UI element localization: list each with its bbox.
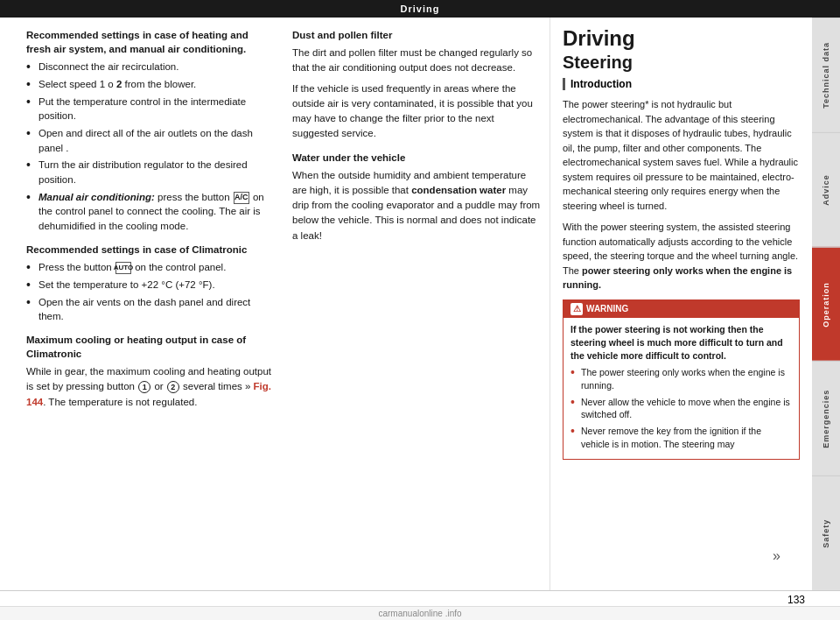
main-content: Recommended settings in case of heating … — [0, 18, 840, 590]
bullet-dot: • — [26, 190, 35, 234]
warning-bullet-dot: • — [570, 396, 578, 421]
bullet-dot: • — [26, 295, 35, 324]
bullet-text: Manual air conditioning: press the butto… — [38, 190, 275, 234]
section3-para: While in gear, the maximum cooling and h… — [26, 364, 275, 410]
article-steering-heading: Steering — [563, 53, 800, 73]
article-driving-heading: Driving — [563, 26, 800, 51]
bullet-text: Open the air vents on the dash panel and… — [38, 295, 275, 324]
article-area: Driving Steering Introduction The power … — [550, 18, 812, 590]
page: Driving Recommended settings in case of … — [0, 0, 840, 620]
warning-bullet: • Never allow the vehicle to move when t… — [570, 396, 792, 421]
sidebar-tab-technical[interactable]: Technical data — [812, 18, 840, 132]
bullet-item: • Turn the air distribution regulator to… — [26, 158, 275, 187]
bullet-dot: • — [26, 260, 35, 275]
section1-title: Recommended settings in case of heating … — [26, 28, 275, 56]
warning-box: ⚠ WARNING If the power steering is not w… — [563, 299, 800, 461]
bullet-item: • Disconnect the air recirculation. — [26, 60, 275, 74]
bullet-dot: • — [26, 95, 35, 123]
warning-bullet-text: Never allow the vehicle to move when the… — [581, 396, 792, 421]
warning-bullet-dot: • — [570, 425, 578, 450]
warning-main-text: If the power steering is not working the… — [570, 323, 792, 363]
sidebar-tab-emergencies[interactable]: Emergencies — [812, 361, 840, 476]
warning-bullet: • Never remove the key from the ignition… — [570, 425, 792, 450]
page-header: Driving — [0, 0, 840, 18]
bullet-item: • Open the air vents on the dash panel a… — [26, 295, 275, 324]
page-footer: 133 — [0, 590, 840, 606]
bullet-text: Put the temperature control in the inter… — [38, 95, 275, 123]
section2-title: Recommended settings in case of Climatro… — [26, 243, 275, 257]
col-left: Recommended settings in case of heating … — [26, 28, 275, 581]
bullet-dot: • — [26, 158, 35, 187]
sidebar-tab-label: Advice — [822, 174, 830, 206]
section3-title: Maximum cooling or heating output in cas… — [26, 333, 275, 361]
text-area: Recommended settings in case of heating … — [0, 18, 550, 590]
dust-para1: The dirt and pollen filter must be chang… — [292, 46, 541, 76]
bullet-text: Set the temperature to +22 °C (+72 °F). — [38, 278, 215, 292]
page-number: 133 — [788, 594, 805, 606]
next-arrow: » — [773, 548, 780, 564]
bullet-text: Turn the air distribution regulator to t… — [38, 158, 275, 187]
dust-section-title: Dust and pollen filter — [292, 28, 541, 42]
sidebar-tab-safety[interactable]: Safety — [812, 476, 840, 590]
bullet-text: Press the button AUTO on the control pan… — [38, 260, 226, 275]
bullet-text: Select speed 1 o 2 from the blower. — [38, 77, 196, 92]
sidebar-tab-label: Operation — [822, 282, 830, 328]
warning-content: If the power steering is not working the… — [564, 318, 799, 460]
bullet-item: • Manual air conditioning: press the but… — [26, 190, 275, 234]
bullet-item: • Put the temperature control in the int… — [26, 95, 275, 123]
warning-bullet-text: The power steering only works when the e… — [581, 366, 792, 391]
water-para: When the outside humidity and ambient te… — [292, 168, 541, 243]
bullet-item: • Press the button AUTO on the control p… — [26, 260, 275, 275]
sidebar-tab-label: Safety — [822, 519, 830, 548]
sidebar-tab-operation[interactable]: Operation — [812, 247, 840, 362]
dust-para2: If the vehicle is used frequently in are… — [292, 81, 541, 142]
bullet-item: • Open and direct all of the air outlets… — [26, 126, 275, 155]
bullet-dot: • — [26, 60, 35, 74]
watermark-text: carmanualonline .info — [378, 609, 461, 618]
bullet-dot: • — [26, 77, 35, 92]
bullet-dot: • — [26, 126, 35, 155]
sidebar-tab-label: Emergencies — [822, 390, 830, 448]
warning-bullet-dot: • — [570, 366, 578, 391]
sidebar-tab-advice[interactable]: Advice — [812, 132, 840, 247]
warning-bullet-text: Never remove the key from the ignition i… — [581, 425, 792, 450]
sidebar-tab-label: Technical data — [822, 42, 830, 109]
warning-header: ⚠ WARNING — [564, 300, 799, 318]
article-para2: With the power steering system, the assi… — [563, 220, 800, 292]
inline-bold: power steering only works when the engin… — [563, 265, 792, 291]
bullet-item: • Set the temperature to +22 °C (+72 °F)… — [26, 278, 275, 292]
warning-label: WARNING — [586, 304, 628, 314]
sidebar-tabs: Technical data Advice Operation Emergenc… — [812, 18, 840, 590]
bullet-dot: • — [26, 278, 35, 292]
warning-bullet: • The power steering only works when the… — [570, 366, 792, 391]
article-intro-label: Introduction — [563, 78, 800, 90]
watermark-bar: carmanualonline .info — [0, 606, 840, 620]
bullet-item: • Select speed 1 o 2 from the blower. — [26, 77, 275, 92]
bullet-text: Open and direct all of the air outlets o… — [38, 126, 275, 155]
header-title: Driving — [401, 4, 440, 14]
water-section-title: Water under the vehicle — [292, 151, 541, 165]
warning-icon: ⚠ — [570, 303, 583, 315]
col-right: Dust and pollen filter The dirt and poll… — [292, 28, 541, 581]
bullet-text: Disconnect the air recirculation. — [38, 60, 178, 74]
article-para1: The power steering* is not hydraulic but… — [563, 97, 800, 213]
